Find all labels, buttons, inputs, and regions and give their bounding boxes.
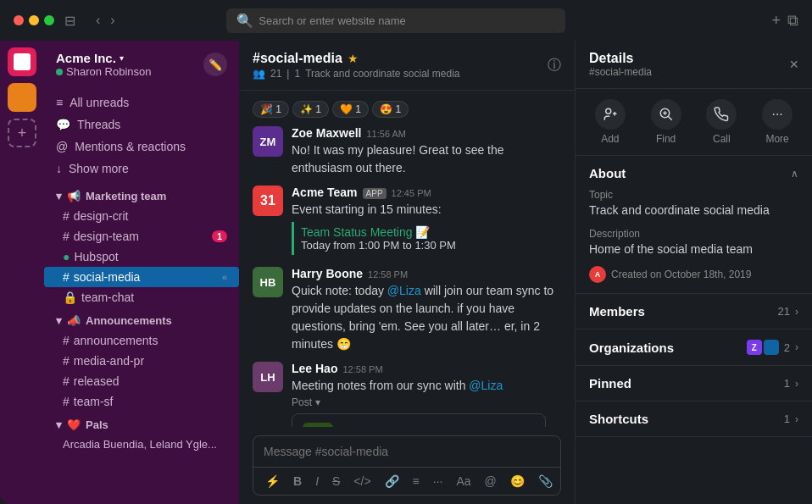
channel-group-marketing: ▾ 📢 Marketing team # design-crit # d — [44, 186, 239, 307]
workspace-icon-2[interactable] — [8, 83, 36, 112]
detail-action-find[interactable]: Find — [651, 99, 681, 145]
detail-action-more[interactable]: ··· More — [762, 99, 793, 145]
about-section: About ∧ Topic Track and coordinate socia… — [576, 156, 812, 294]
mention-liza-2[interactable]: @Liza — [469, 379, 503, 392]
threads-icon: 💬 — [56, 118, 70, 131]
channel-group-header-marketing[interactable]: ▾ 📢 Marketing team — [44, 186, 239, 206]
toolbar-code-button[interactable]: </> — [350, 473, 374, 490]
channel-item-hubspot[interactable]: ● Hubspot — [44, 246, 239, 267]
main-layout: + Acme Inc. ▾ Sharon Robinson — [0, 41, 812, 504]
detail-action-call[interactable]: Call — [706, 99, 737, 145]
sidebar-item-threads[interactable]: 💬 Threads — [44, 114, 239, 136]
channel-item-arcadia[interactable]: Arcadia Buendia, Leland Ygle... — [44, 435, 239, 454]
add-workspace-button[interactable]: + — [8, 119, 36, 147]
created-text: Created on October 18th, 2019 — [611, 269, 751, 280]
workspace-icon-acme[interactable] — [8, 47, 36, 76]
post-caret: ▾ — [315, 396, 320, 408]
workspace-name[interactable]: Acme Inc. — [56, 51, 116, 65]
pinned-row[interactable]: Pinned 1 › — [576, 366, 812, 402]
svg-point-0 — [606, 108, 611, 114]
channel-name-hubspot: ● Hubspot — [63, 250, 119, 263]
msg-author-harry[interactable]: Harry Boone — [292, 267, 363, 280]
toolbar-bold-button[interactable]: B — [290, 473, 305, 490]
edit-button[interactable]: ✏️ — [203, 53, 227, 76]
members-row[interactable]: Members 21 › — [576, 294, 812, 330]
traffic-light-close[interactable] — [14, 15, 24, 25]
find-label: Find — [656, 133, 676, 145]
channel-info-button[interactable]: ⓘ — [548, 57, 561, 75]
shortcuts-right: 1 › — [784, 413, 798, 425]
toolbar-more-button[interactable]: ··· — [430, 473, 447, 490]
app-badge: APP — [363, 188, 387, 199]
toolbar-emoji-button[interactable]: 😊 — [507, 473, 528, 490]
organizations-row[interactable]: Organizations Z 2 › — [576, 330, 812, 366]
details-close-button[interactable]: × — [789, 56, 798, 74]
reaction-sparkle[interactable]: ✨ 1 — [292, 101, 329, 118]
star-icon[interactable]: ★ — [348, 52, 359, 65]
post-attachment[interactable]: 📄 1/9 Meeting Notes Last edited just now — [292, 413, 546, 427]
details-body: About ∧ Topic Track and coordinate socia… — [576, 156, 812, 504]
toolbar-italic-button[interactable]: I — [312, 473, 322, 490]
toolbar-aa-button[interactable]: Aa — [453, 473, 474, 490]
svg-line-4 — [668, 116, 672, 120]
sidebar-toggle-button[interactable]: ⊟ — [64, 13, 75, 29]
organizations-chevron-icon: › — [795, 341, 798, 353]
reaction-heart[interactable]: 🧡 1 — [332, 101, 369, 118]
shortcuts-row[interactable]: Shortcuts 1 › — [576, 402, 812, 437]
channel-item-design-crit[interactable]: # design-crit — [44, 206, 239, 226]
members-count: 21 — [778, 305, 790, 318]
mention-liza-1[interactable]: @Liza — [387, 284, 421, 297]
channel-badge-design-team: 1 — [212, 230, 227, 242]
window-button[interactable]: ⧉ — [787, 12, 798, 30]
msg-author-lee[interactable]: Lee Hao — [292, 362, 337, 375]
msg-author-zoe[interactable]: Zoe Maxwell — [292, 126, 361, 140]
hash-icon-5: # — [63, 374, 70, 388]
toolbar-attachment-button[interactable]: 📎 — [535, 473, 556, 490]
msg-time-lee: 12:58 PM — [342, 364, 382, 374]
channel-item-design-team[interactable]: # design-team 1 — [44, 226, 239, 246]
chat-channel-name: #social-media — [253, 51, 342, 66]
toolbar-link-button[interactable]: 🔗 — [381, 473, 403, 490]
chat-input[interactable] — [253, 436, 560, 467]
msg-text-harry: Quick note: today @Liza will join our te… — [292, 282, 561, 353]
toolbar-list-button[interactable]: ≡ — [409, 473, 423, 490]
msg-content-lee: Lee Hao 12:58 PM Meeting notes from our … — [292, 362, 561, 427]
about-section-header[interactable]: About ∧ — [589, 166, 798, 180]
detail-action-add[interactable]: Add — [595, 99, 626, 145]
nav-forward-button[interactable]: › — [107, 11, 118, 30]
msg-time-zoe: 11:56 AM — [366, 129, 405, 139]
meeting-card[interactable]: Team Status Meeting 📝 Today from 1:00 PM… — [292, 222, 561, 255]
msg-content-acme: Acme Team APP 12:45 PM Event starting in… — [292, 186, 561, 258]
channel-group-header-pals[interactable]: ▾ ❤️ Pals — [44, 415, 239, 435]
toolbar-mention-button[interactable]: @ — [481, 473, 500, 490]
message-zoe: ZM Zoe Maxwell 11:56 AM No! It was my pl… — [253, 123, 561, 180]
sidebar-item-mentions[interactable]: @ Mentions & reactions — [44, 136, 239, 158]
reaction-party[interactable]: 🎉 1 — [253, 101, 289, 118]
channel-item-media-and-pr[interactable]: # media-and-pr — [44, 351, 239, 371]
channel-item-team-chat[interactable]: 🔒 team-chat — [44, 287, 239, 307]
nav-back-button[interactable]: ‹ — [92, 11, 103, 30]
pals-emoji: ❤️ — [67, 418, 81, 431]
toolbar-strike-button[interactable]: S — [329, 473, 343, 490]
traffic-light-maximize[interactable] — [44, 15, 54, 25]
channel-group-header-announcements[interactable]: ▾ 📣 Announcements — [44, 311, 239, 330]
sidebar-item-show-more[interactable]: ↓ Show more — [44, 158, 239, 180]
meeting-title[interactable]: Team Status Meeting 📝 — [301, 225, 554, 239]
message-harry: HB Harry Boone 12:58 PM Quick note: toda… — [253, 263, 561, 357]
new-tab-button[interactable]: + — [771, 12, 781, 30]
channel-item-social-media[interactable]: # social-media « — [44, 267, 239, 287]
channel-item-released[interactable]: # released — [44, 371, 239, 391]
sidebar: Acme Inc. ▾ Sharon Robinson ✏️ ≡ All unr… — [44, 41, 239, 504]
msg-header-acme: Acme Team APP 12:45 PM — [292, 186, 561, 199]
toolbar-lightning-button[interactable]: ⚡ — [262, 473, 283, 490]
traffic-light-minimize[interactable] — [29, 15, 39, 25]
url-bar[interactable]: 🔍 Search or enter website name — [226, 8, 565, 33]
chevron-down-icon-3: ▾ — [56, 418, 62, 431]
sidebar-item-all-unreads[interactable]: ≡ All unreads — [44, 91, 239, 114]
details-title: Details — [589, 51, 652, 66]
channel-item-announcements[interactable]: # announcements — [44, 330, 239, 351]
post-label-row[interactable]: Post ▾ — [292, 396, 561, 408]
reaction-love-eyes[interactable]: 😍 1 — [372, 101, 409, 118]
channel-item-team-sf[interactable]: # team-sf — [44, 391, 239, 412]
msg-author-acme[interactable]: Acme Team — [292, 186, 358, 199]
